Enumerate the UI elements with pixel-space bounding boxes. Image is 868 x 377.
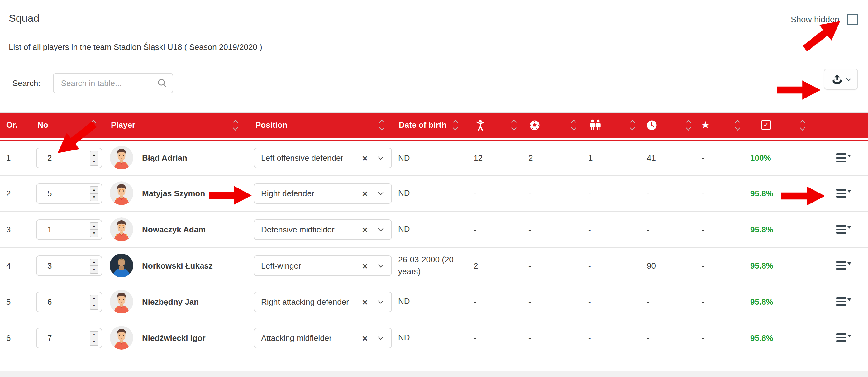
table-toolbar: Search: — [0, 68, 868, 112]
chevron-down-icon[interactable] — [378, 226, 383, 231]
chevron-down-icon[interactable] — [378, 154, 383, 159]
squad-table: Or. No Player Position Date of birth — [0, 113, 868, 356]
position-value: Right attacking defender — [254, 297, 349, 306]
sort-icon[interactable] — [686, 121, 690, 129]
player-name[interactable]: Błąd Adrian — [142, 153, 187, 163]
player-avatar — [110, 326, 133, 350]
sort-icon[interactable] — [572, 121, 575, 129]
stepper-down-icon[interactable]: ▼ — [90, 158, 98, 165]
player-name[interactable]: Niedźwiecki Igor — [142, 333, 206, 342]
row-menu-button[interactable] — [836, 225, 846, 234]
assists-cell: - — [585, 175, 644, 211]
col-dob[interactable]: Date of birth — [396, 113, 470, 139]
goals-cell: - — [525, 175, 585, 211]
row-menu-button[interactable] — [836, 189, 846, 197]
row-menu-button[interactable] — [836, 334, 846, 342]
shirt-number-value: 6 — [37, 297, 52, 306]
export-button[interactable] — [824, 68, 858, 90]
player-name[interactable]: Niezbędny Jan — [142, 297, 199, 306]
stepper-up-icon[interactable]: ▲ — [90, 223, 98, 229]
chevron-down-icon[interactable] — [378, 298, 383, 304]
row-menu-button[interactable] — [836, 261, 846, 270]
number-stepper[interactable]: ▲ ▼ — [90, 331, 98, 346]
chevron-down-icon[interactable] — [378, 262, 383, 267]
position-select[interactable]: Defensive midfielder × — [254, 219, 392, 240]
row-menu-button[interactable] — [836, 297, 846, 306]
attendance-pct: 95.8% — [748, 284, 816, 320]
stepper-up-icon[interactable]: ▲ — [90, 187, 98, 193]
position-select[interactable]: Attacking midfielder × — [254, 327, 392, 348]
shirt-number-value: 2 — [37, 153, 52, 163]
rating-cell: - — [699, 139, 748, 175]
sort-icon[interactable] — [512, 121, 515, 129]
stepper-up-icon[interactable]: ▲ — [90, 295, 98, 302]
row-order: 1 — [0, 139, 31, 175]
player-name[interactable]: Matyjas Szymon — [142, 189, 205, 198]
stepper-down-icon[interactable]: ▼ — [90, 338, 98, 345]
chevron-down-icon[interactable] — [378, 334, 383, 340]
position-select[interactable]: Left-winger × — [254, 255, 392, 276]
clear-icon[interactable]: × — [362, 153, 368, 163]
goals-cell: - — [525, 284, 585, 320]
stepper-up-icon[interactable]: ▲ — [90, 331, 98, 338]
sort-icon[interactable] — [453, 121, 457, 129]
stepper-up-icon[interactable]: ▲ — [90, 259, 98, 265]
stepper-down-icon[interactable]: ▼ — [90, 265, 98, 273]
col-assists[interactable] — [585, 113, 644, 139]
clear-icon[interactable]: × — [362, 333, 368, 342]
shirt-number-input[interactable]: 7 ▲ ▼ — [36, 327, 102, 348]
shirt-number-input[interactable]: 3 ▲ ▼ — [36, 255, 102, 276]
search-input[interactable] — [53, 73, 173, 93]
table-header: Or. No Player Position Date of birth — [0, 113, 868, 139]
matches-cell: - — [470, 320, 525, 356]
player-name[interactable]: Nowaczyk Adam — [142, 225, 206, 234]
col-position[interactable]: Position — [249, 113, 396, 139]
sort-icon[interactable] — [630, 121, 634, 129]
stepper-down-icon[interactable]: ▼ — [90, 302, 98, 309]
clear-icon[interactable]: × — [362, 261, 368, 270]
position-select[interactable]: Right attacking defender × — [254, 291, 392, 312]
col-matches[interactable] — [470, 113, 525, 139]
minutes-cell: - — [644, 211, 699, 247]
sort-icon[interactable] — [234, 121, 237, 129]
player-avatar — [110, 146, 133, 170]
chevron-down-icon[interactable] — [378, 190, 383, 195]
position-select[interactable]: Left offensive defender × — [254, 148, 392, 168]
sort-icon[interactable] — [736, 121, 739, 129]
col-player[interactable]: Player — [105, 113, 249, 139]
col-rating[interactable]: ★ — [699, 113, 748, 139]
number-stepper[interactable]: ▲ ▼ — [90, 186, 98, 201]
clear-icon[interactable]: × — [362, 189, 368, 198]
position-select[interactable]: Right defender × — [254, 183, 392, 203]
stepper-down-icon[interactable]: ▼ — [90, 193, 98, 200]
number-stepper[interactable]: ▲ ▼ — [90, 151, 98, 166]
shirt-number-input[interactable]: 6 ▲ ▼ — [36, 291, 102, 312]
number-stepper[interactable]: ▲ ▼ — [90, 294, 98, 309]
show-hidden-checkbox[interactable] — [847, 14, 858, 25]
col-attendance[interactable]: ✓ — [748, 113, 816, 139]
row-order: 4 — [0, 247, 31, 284]
dob-cell: ND — [396, 211, 470, 247]
col-minutes[interactable] — [644, 113, 699, 139]
clear-icon[interactable]: × — [362, 297, 368, 306]
sort-icon[interactable] — [800, 121, 804, 129]
stepper-down-icon[interactable]: ▼ — [90, 229, 98, 237]
stepper-up-icon[interactable]: ▲ — [90, 151, 98, 158]
search-label: Search: — [12, 78, 40, 88]
clear-icon[interactable]: × — [362, 225, 368, 234]
row-menu-button[interactable] — [836, 154, 846, 162]
player-avatar — [110, 254, 133, 277]
annotation-arrow-row-menu — [781, 186, 825, 206]
sort-icon[interactable] — [380, 121, 383, 129]
minutes-cell: - — [644, 284, 699, 320]
attendance-pct: 95.8% — [748, 211, 816, 247]
player-name[interactable]: Norkowski Łukasz — [142, 261, 213, 270]
chevron-down-icon — [846, 76, 851, 81]
col-goals[interactable] — [525, 113, 585, 139]
shirt-number-input[interactable]: 5 ▲ ▼ — [36, 183, 102, 203]
shirt-number-value: 1 — [37, 225, 52, 234]
shirt-number-input[interactable]: 1 ▲ ▼ — [36, 219, 102, 240]
number-stepper[interactable]: ▲ ▼ — [90, 258, 98, 273]
number-stepper[interactable]: ▲ ▼ — [90, 222, 98, 237]
caret-down-icon — [847, 226, 851, 229]
